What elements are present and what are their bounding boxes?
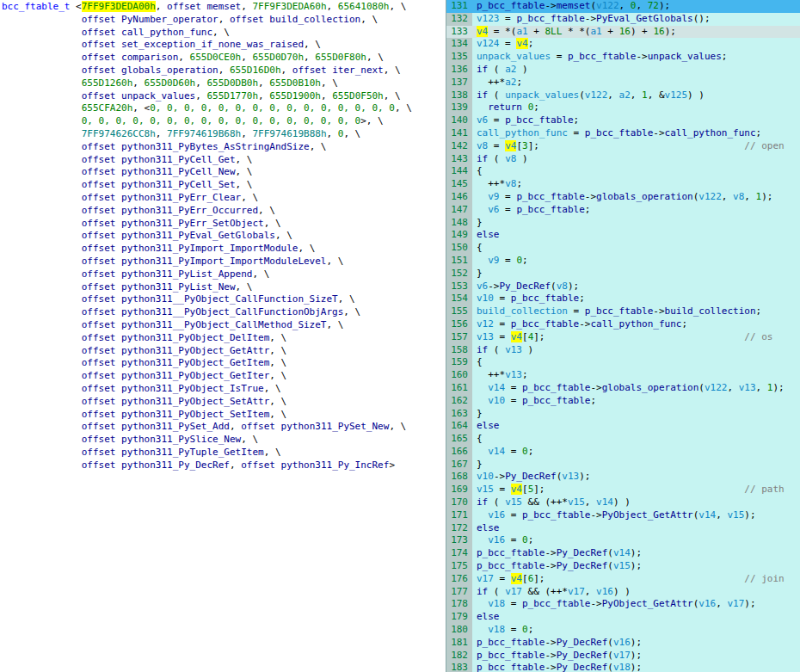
pseudocode-row[interactable]: 156v12 = p_bcc_ftable->call_python_func; bbox=[446, 318, 800, 331]
pseudocode-line[interactable]: } bbox=[472, 268, 800, 281]
pseudocode-row[interactable]: 149else bbox=[446, 229, 800, 242]
offset-keyword-token[interactable]: offset bbox=[82, 14, 121, 25]
offset-keyword-token[interactable]: offset bbox=[82, 396, 121, 407]
pseudocode-line[interactable]: v6 = p_bcc_ftable; bbox=[472, 204, 800, 217]
pseudocode-row[interactable]: 146 v9 = p_bcc_ftable->globals_operation… bbox=[446, 191, 800, 204]
number-token[interactable]: 655D0D70h bbox=[252, 52, 304, 63]
disasm-line[interactable]: offset python311_PyCell_New, \ bbox=[2, 166, 446, 179]
symbol-name-token[interactable]: python311_PyObject_SetAttr bbox=[121, 396, 269, 407]
offset-keyword-token[interactable]: offset bbox=[82, 447, 121, 458]
pseudocode-line[interactable]: v15 = v4[5]; // path bbox=[472, 484, 800, 496]
member-name-token[interactable]: Py_DecRef bbox=[557, 637, 608, 648]
pseudocode-line[interactable]: p_bcc_ftable->Py_DecRef(v15); bbox=[472, 560, 800, 573]
variable-token[interactable]: v16 bbox=[613, 637, 631, 648]
member-name-token[interactable]: PyObject_GetAttr bbox=[602, 598, 693, 609]
address-token[interactable]: 7FF974626CC8h bbox=[82, 128, 156, 139]
member-name-token[interactable]: Py_DecRef bbox=[505, 471, 557, 482]
disasm-line[interactable]: offset python311_PyObject_SetAttr, \ bbox=[2, 396, 446, 409]
keyword-token[interactable]: else bbox=[477, 229, 500, 240]
pseudocode-row[interactable]: 180 v18 = 0; bbox=[446, 624, 800, 637]
offset-keyword-token[interactable]: offset bbox=[82, 306, 121, 318]
symbol-name-token[interactable]: python311__PyObject_CallMethod_SizeT bbox=[121, 319, 326, 330]
number-token[interactable]: 16 bbox=[619, 26, 631, 37]
variable-token[interactable]: v8 bbox=[505, 178, 516, 189]
disasm-line[interactable]: offset python311_PySet_Add, offset pytho… bbox=[2, 421, 446, 434]
variable-token[interactable]: v13 bbox=[505, 369, 522, 380]
symbol-name-token[interactable]: python311_PyObject_DelItem bbox=[121, 332, 269, 343]
pseudocode-row[interactable]: 154v10 = p_bcc_ftable; bbox=[446, 293, 800, 305]
pseudocode-line[interactable]: ++*a2; bbox=[472, 77, 800, 89]
symbol-name-token[interactable]: python311_PyObject_GetItem bbox=[121, 357, 269, 368]
variable-token[interactable]: v18 bbox=[488, 598, 505, 609]
pseudocode-row[interactable]: 179else bbox=[446, 611, 800, 624]
variable-token[interactable]: a2 bbox=[505, 77, 516, 88]
highlighted-variable-token[interactable]: v4 bbox=[477, 26, 488, 37]
pseudocode-row[interactable]: 152} bbox=[446, 268, 800, 281]
number-token[interactable]: 655D0B10h bbox=[269, 77, 321, 89]
pseudocode-row[interactable]: 176v17 = v4[6]; // join bbox=[446, 573, 800, 586]
offset-keyword-token[interactable]: offset bbox=[82, 166, 121, 177]
keyword-token[interactable]: if bbox=[477, 496, 488, 508]
symbol-name-token[interactable]: globals_operation bbox=[121, 65, 218, 76]
pseudocode-row[interactable]: 181p_bcc_ftable->Py_DecRef(v16); bbox=[446, 637, 800, 650]
variable-token[interactable]: v8 bbox=[733, 191, 744, 202]
pseudocode-line[interactable]: v16 = p_bcc_ftable->PyObject_GetAttr(v14… bbox=[472, 509, 800, 522]
pseudocode-line[interactable]: v124 = v4; bbox=[472, 38, 800, 51]
pseudocode-line[interactable]: return 0; bbox=[472, 102, 800, 114]
disasm-line[interactable]: offset python311_PyObject_GetAttr, \ bbox=[2, 345, 446, 358]
variable-token[interactable]: v17 bbox=[505, 586, 522, 597]
variable-token[interactable]: a2 bbox=[619, 89, 631, 101]
number-token[interactable]: 0, 0, 0, 0, 0, 0, 0, 0, 0, 0, 0, 0, 0, 0… bbox=[82, 115, 361, 126]
offset-keyword-token[interactable]: offset bbox=[82, 281, 121, 293]
disasm-line[interactable]: offset python311_PyErr_Clear, \ bbox=[2, 192, 446, 205]
disasm-line[interactable]: offset python311_PyObject_DelItem, \ bbox=[2, 332, 446, 345]
pseudocode-row[interactable]: 131p_bcc_ftable->memset(v122, 0, 72); bbox=[446, 0, 800, 13]
pseudocode-row[interactable]: 178 v18 = p_bcc_ftable->PyObject_GetAttr… bbox=[446, 598, 800, 611]
pseudocode-row[interactable]: 144{ bbox=[446, 165, 800, 178]
disasm-line[interactable]: 7FF974626CC8h, 7FF974619B68h, 7FF974619B… bbox=[2, 128, 446, 141]
offset-keyword-token[interactable]: offset bbox=[82, 293, 121, 305]
member-name-token[interactable]: p_bcc_ftable bbox=[477, 650, 545, 661]
pseudocode-line[interactable]: v13 = v4[4]; // os bbox=[472, 331, 800, 344]
pseudocode-row[interactable]: 157v13 = v4[4]; // os bbox=[446, 331, 800, 344]
disasm-line[interactable]: offset python311_PyObject_GetIter, \ bbox=[2, 370, 446, 383]
offset-keyword-token[interactable]: offset bbox=[82, 421, 121, 432]
number-token[interactable]: 655D0D60h bbox=[145, 77, 196, 89]
pseudocode-line[interactable]: if ( v13 ) bbox=[472, 344, 800, 357]
pseudocode-row[interactable]: 151 v9 = 0; bbox=[446, 255, 800, 268]
member-name-token[interactable]: p_bcc_ftable bbox=[522, 382, 590, 393]
pseudocode-line[interactable]: if ( v8 ) bbox=[472, 153, 800, 166]
pseudocode-line[interactable]: p_bcc_ftable->Py_DecRef(v16); bbox=[472, 637, 800, 650]
symbol-name-token[interactable]: python311_PyCell_New bbox=[121, 166, 235, 177]
member-name-token[interactable]: Py_DecRef bbox=[500, 281, 551, 292]
keyword-token[interactable]: if bbox=[477, 89, 488, 101]
offset-keyword-token[interactable]: offset bbox=[82, 256, 121, 267]
disasm-line[interactable]: offset python311_Py_DecRef, offset pytho… bbox=[2, 459, 446, 472]
number-token[interactable]: 655D1260h bbox=[82, 77, 133, 89]
pseudocode-line[interactable]: v6 = p_bcc_ftable; bbox=[472, 114, 800, 127]
variable-token[interactable]: v18 bbox=[613, 662, 631, 672]
variable-token[interactable]: v124 bbox=[477, 38, 500, 49]
pseudocode-row[interactable]: 161 v14 = p_bcc_ftable->globals_operatio… bbox=[446, 382, 800, 395]
offset-keyword-token[interactable]: offset bbox=[82, 319, 121, 330]
pseudocode-line[interactable]: ++*v13; bbox=[472, 369, 800, 382]
variable-token[interactable]: v16 bbox=[488, 509, 505, 521]
variable-token[interactable]: v8 bbox=[505, 153, 516, 164]
disasm-line[interactable]: offset python311_PyBytes_AsStringAndSize… bbox=[2, 141, 446, 154]
pseudocode-line[interactable]: p_bcc_ftable->Py_DecRef(v18); bbox=[472, 662, 800, 672]
variable-token[interactable]: v13 bbox=[505, 344, 522, 355]
pseudocode-row[interactable]: 148} bbox=[446, 217, 800, 230]
pseudocode-line[interactable]: } bbox=[472, 217, 800, 230]
keyword-token[interactable]: if bbox=[477, 153, 488, 164]
pseudocode-line[interactable]: p_bcc_ftable->memset(v122, 0, 72); bbox=[472, 0, 800, 13]
number-token[interactable]: 0 bbox=[522, 624, 528, 635]
symbol-name-token[interactable]: python311_PyEval_GetGlobals bbox=[121, 230, 275, 241]
variable-token[interactable]: v8 bbox=[477, 140, 488, 151]
variable-token[interactable]: v14 bbox=[488, 382, 505, 393]
member-name-token[interactable]: call_python_func bbox=[665, 127, 756, 139]
pseudocode-line[interactable]: } bbox=[472, 408, 800, 421]
pseudocode-line[interactable]: else bbox=[472, 229, 800, 242]
pseudocode-row[interactable]: 155build_collection = p_bcc_ftable->buil… bbox=[446, 305, 800, 318]
highlighted-variable-token[interactable]: v4 bbox=[511, 573, 522, 584]
pseudocode-row[interactable]: 139 return 0; bbox=[446, 102, 800, 114]
